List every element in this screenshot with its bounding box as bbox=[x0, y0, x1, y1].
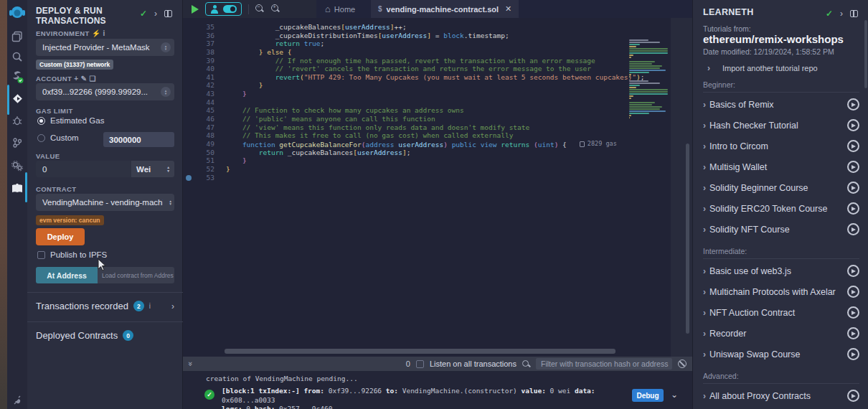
deployed-contracts-row[interactable]: Deployed Contracts 0 bbox=[36, 330, 133, 341]
line-number[interactable]: 43 bbox=[207, 90, 214, 98]
line-number[interactable]: 40 bbox=[207, 65, 214, 73]
estimated-gas-radio[interactable] bbox=[37, 117, 45, 125]
tutorial-item[interactable]: ›Recorder bbox=[703, 323, 859, 344]
play-tutorial-icon[interactable] bbox=[847, 223, 859, 235]
home-tab[interactable]: ⌂ Home bbox=[325, 0, 355, 18]
debugger-icon[interactable] bbox=[7, 111, 27, 130]
play-tutorial-icon[interactable] bbox=[847, 348, 859, 360]
breakpoint-dot[interactable] bbox=[186, 175, 192, 181]
play-tutorial-icon[interactable] bbox=[847, 119, 859, 131]
editor-minimap[interactable] bbox=[629, 39, 669, 121]
at-address-button[interactable]: At Address bbox=[36, 267, 98, 283]
zoom-out-icon[interactable]: − bbox=[255, 4, 265, 14]
play-tutorial-icon[interactable] bbox=[847, 306, 859, 319]
copy-account-icon[interactable]: ❏ bbox=[89, 75, 95, 83]
line-number[interactable]: 47 bbox=[207, 123, 214, 132]
chevron-right-icon[interactable]: › bbox=[703, 308, 706, 318]
chevron-right-icon[interactable]: › bbox=[703, 349, 706, 359]
publish-ipfs-option[interactable]: Publish to IPFS bbox=[37, 250, 107, 259]
chevron-right-icon[interactable]: › bbox=[703, 141, 706, 151]
line-number[interactable]: 35 bbox=[207, 23, 214, 32]
line-number[interactable]: 45 bbox=[207, 106, 214, 115]
custom-gas-input[interactable]: 3000000 bbox=[103, 132, 174, 147]
info-icon[interactable]: i bbox=[103, 29, 105, 37]
tutorial-item[interactable]: ›Uniswap Swap Course bbox=[703, 344, 859, 365]
chevron-right-icon[interactable]: › bbox=[703, 287, 706, 297]
filter-input[interactable]: Filter with transaction hash or address bbox=[536, 358, 672, 370]
play-tutorial-icon[interactable] bbox=[847, 390, 859, 402]
clear-console-icon[interactable] bbox=[678, 359, 687, 368]
tutorial-item[interactable]: ›Multichain Protocols with Axelar bbox=[703, 281, 859, 302]
at-address-input[interactable]: Load contract from Addres bbox=[98, 267, 174, 283]
code-editor[interactable]: 35 _cupcakeBalances[userAddress]++;36 _c… bbox=[183, 18, 671, 357]
tutorial-item[interactable]: ›Solidity NFT Course bbox=[703, 219, 859, 240]
plug-icon[interactable]: ⚡ bbox=[92, 29, 101, 37]
solidity-compiler-icon[interactable] bbox=[7, 67, 27, 86]
deploy-run-icon[interactable] bbox=[7, 89, 27, 108]
listen-all-checkbox[interactable] bbox=[416, 360, 424, 368]
line-number[interactable]: 36 bbox=[207, 32, 214, 40]
line-number[interactable]: 37 bbox=[207, 39, 214, 48]
line-number[interactable]: 50 bbox=[207, 149, 214, 157]
run-script-icon[interactable] bbox=[192, 5, 199, 14]
line-number[interactable]: 42 bbox=[207, 81, 214, 90]
line-number[interactable]: 51 bbox=[207, 156, 214, 165]
file-explorer-icon[interactable] bbox=[7, 27, 27, 46]
contract-select[interactable]: VendingMachine - vending-machin ▴▾ bbox=[36, 194, 174, 211]
play-tutorial-icon[interactable] bbox=[847, 140, 859, 152]
tutorial-item[interactable]: ›NFT Auction Contract bbox=[703, 302, 859, 323]
line-number[interactable]: 38 bbox=[207, 48, 214, 57]
add-account-icon[interactable]: + bbox=[74, 75, 78, 83]
tutorial-item[interactable]: ›Intro to Circom bbox=[703, 136, 859, 156]
chevron-right-icon[interactable]: › bbox=[703, 162, 706, 172]
search-icon[interactable] bbox=[522, 360, 530, 368]
transaction-log-entry[interactable]: ✓ [block:1 txIndex:-] from: 0xf39...9226… bbox=[204, 387, 689, 409]
edit-account-icon[interactable]: ✎ bbox=[81, 75, 88, 83]
line-number[interactable]: 53 bbox=[207, 174, 214, 182]
tutorial-item[interactable]: ›Solidity ERC20 Token Course bbox=[703, 198, 859, 219]
play-tutorial-icon[interactable] bbox=[847, 286, 859, 298]
tutorial-item[interactable]: ›All about Proxy Contracts bbox=[703, 385, 859, 406]
chevron-right-icon[interactable]: › bbox=[703, 266, 706, 276]
play-tutorial-icon[interactable] bbox=[847, 202, 859, 215]
chevron-right-icon[interactable]: › bbox=[703, 100, 706, 110]
horizontal-scrollbar[interactable] bbox=[225, 349, 615, 354]
value-unit-select[interactable]: Wei ▴▾ bbox=[131, 161, 174, 177]
transactions-recorded-row[interactable]: Transactions recorded 2 i › bbox=[36, 301, 174, 311]
custom-gas-radio[interactable] bbox=[37, 134, 45, 142]
play-tutorial-icon[interactable] bbox=[847, 98, 859, 111]
tutorial-item[interactable]: ›Basic use of web3.js bbox=[703, 260, 859, 281]
panel-collapse-icon[interactable]: › bbox=[840, 9, 843, 19]
chevron-right-icon[interactable]: › bbox=[703, 329, 706, 339]
expand-chevron-icon[interactable]: › bbox=[171, 301, 174, 311]
environment-select[interactable]: Injected Provider - MetaMask ▴▾ bbox=[36, 39, 174, 56]
collapse-log-icon[interactable]: ⌄ bbox=[671, 390, 678, 400]
chevron-right-icon[interactable]: › bbox=[703, 183, 706, 193]
panel-collapse-icon[interactable]: › bbox=[154, 9, 157, 19]
learneth-icon[interactable] bbox=[7, 179, 27, 198]
line-number[interactable]: 41 bbox=[207, 73, 214, 82]
play-tutorial-icon[interactable] bbox=[847, 265, 859, 277]
deploy-button[interactable]: Deploy bbox=[36, 228, 85, 245]
custom-gas-option[interactable]: Custom bbox=[37, 133, 79, 142]
ai-assistant-box[interactable] bbox=[205, 2, 242, 16]
chevron-right-icon[interactable]: › bbox=[703, 391, 706, 401]
expand-terminal-icon[interactable]: » bbox=[187, 362, 195, 366]
estimated-gas-option[interactable]: Estimated Gas bbox=[37, 116, 104, 125]
line-number[interactable]: 48 bbox=[207, 131, 214, 140]
settings-icon[interactable] bbox=[7, 156, 27, 175]
play-tutorial-icon[interactable] bbox=[847, 161, 859, 173]
tutorial-item[interactable]: ›Multisig Wallet bbox=[703, 156, 859, 177]
play-tutorial-icon[interactable] bbox=[847, 182, 859, 194]
line-number[interactable]: 46 bbox=[207, 115, 214, 123]
debug-button[interactable]: Debug bbox=[632, 389, 664, 402]
panel-layout-icon[interactable] bbox=[164, 10, 172, 17]
chevron-right-icon[interactable]: › bbox=[703, 121, 706, 131]
line-number[interactable]: 44 bbox=[207, 98, 214, 107]
line-number[interactable]: 39 bbox=[207, 57, 214, 65]
tutorial-item[interactable]: ›Solidity Beginner Course bbox=[703, 177, 859, 198]
panel-layout-icon[interactable] bbox=[850, 10, 858, 17]
plugin-connector-icon[interactable] bbox=[7, 391, 27, 409]
line-number[interactable]: 49 bbox=[207, 140, 214, 149]
zoom-in-icon[interactable]: + bbox=[271, 4, 280, 14]
